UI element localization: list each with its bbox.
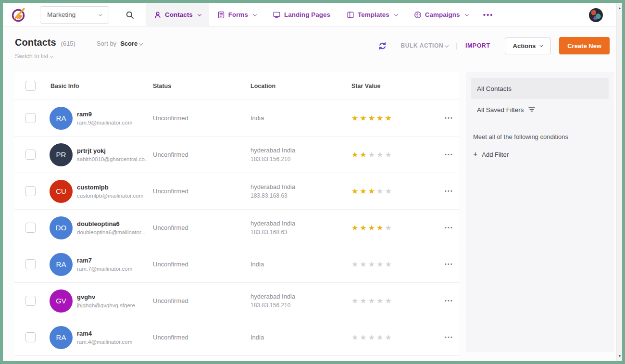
sidebar-item-all-saved-filters[interactable]: All Saved Filters [471, 99, 609, 120]
avatar: RA [50, 253, 73, 276]
nav-more-button[interactable]: ••• [476, 3, 500, 27]
star-empty-icon[interactable]: ★ [351, 297, 360, 305]
star-empty-icon[interactable]: ★ [376, 187, 385, 195]
import-button[interactable]: IMPORT [465, 42, 490, 49]
user-avatar[interactable] [589, 8, 603, 22]
star-filled-icon[interactable]: ★ [368, 187, 376, 195]
star-empty-icon[interactable]: ★ [368, 297, 376, 305]
scroll-down-icon[interactable]: ▼ [617, 354, 623, 358]
column-header-star-value[interactable]: Star Value [351, 83, 439, 89]
sidebar-item-label: All Contacts [477, 85, 512, 92]
row-checkbox[interactable] [25, 113, 36, 123]
select-all-checkbox[interactable] [25, 81, 36, 91]
row-menu-button[interactable]: ••• [445, 115, 453, 121]
contact-email: customlpb@mailinator.com [77, 193, 143, 199]
switch-to-list-toggle[interactable]: Switch to list [15, 53, 142, 60]
top-header: Marketing Contacts Forms [3, 3, 622, 27]
nav-label: Contacts [165, 11, 193, 18]
create-new-button[interactable]: Create New [559, 37, 610, 54]
star-filled-icon[interactable]: ★ [368, 224, 376, 232]
row-checkbox[interactable] [25, 332, 36, 342]
star-empty-icon[interactable]: ★ [360, 297, 368, 305]
bulk-action-dropdown[interactable]: BULK ACTION [400, 42, 448, 49]
star-rating[interactable]: ★★★★★ [351, 296, 439, 305]
row-menu-button[interactable]: ••• [445, 298, 453, 303]
star-empty-icon[interactable]: ★ [351, 333, 360, 341]
star-empty-icon[interactable]: ★ [368, 260, 376, 268]
column-header-basic-info[interactable]: Basic Info [50, 83, 153, 89]
star-empty-icon[interactable]: ★ [385, 187, 393, 195]
row-checkbox[interactable] [25, 259, 36, 269]
column-header-status[interactable]: Status [153, 83, 250, 89]
star-empty-icon[interactable]: ★ [385, 297, 393, 305]
row-menu-button[interactable]: ••• [445, 335, 453, 340]
star-rating[interactable]: ★★★★★ [351, 113, 439, 123]
star-empty-icon[interactable]: ★ [385, 260, 393, 268]
star-filled-icon[interactable]: ★ [368, 114, 376, 122]
star-empty-icon[interactable]: ★ [376, 297, 385, 305]
search-button[interactable] [122, 11, 138, 19]
sort-value-dropdown[interactable]: Score [120, 40, 142, 47]
star-filled-icon[interactable]: ★ [360, 224, 368, 232]
star-rating[interactable]: ★★★★★ [351, 150, 439, 159]
star-rating[interactable]: ★★★★★ [351, 333, 439, 342]
row-checkbox[interactable] [25, 296, 36, 306]
page-title: Contacts [15, 37, 56, 48]
star-filled-icon[interactable]: ★ [376, 224, 385, 232]
row-checkbox[interactable] [25, 150, 36, 160]
star-empty-icon[interactable]: ★ [351, 260, 360, 268]
star-rating[interactable]: ★★★★★ [351, 260, 439, 269]
star-filled-icon[interactable]: ★ [360, 151, 368, 159]
star-filled-icon[interactable]: ★ [376, 114, 385, 122]
contact-name[interactable]: ram4 [77, 330, 132, 337]
contact-name[interactable]: doubleoptina6 [77, 220, 146, 227]
star-filled-icon[interactable]: ★ [351, 224, 360, 232]
star-filled-icon[interactable]: ★ [351, 114, 360, 122]
row-menu-button[interactable]: ••• [445, 262, 453, 267]
star-filled-icon[interactable]: ★ [360, 187, 368, 195]
star-empty-icon[interactable]: ★ [376, 333, 385, 341]
nav-tab-templates[interactable]: Templates [338, 3, 406, 27]
star-filled-icon[interactable]: ★ [385, 114, 393, 122]
star-filled-icon[interactable]: ★ [351, 151, 360, 159]
avatar: DO [50, 216, 73, 239]
sidebar-item-all-contacts[interactable]: All Contacts [471, 78, 609, 99]
row-menu-button[interactable]: ••• [445, 188, 453, 194]
nav-tab-campaigns[interactable]: Campaigns [406, 3, 476, 27]
contact-status: Unconfirmed [153, 261, 250, 268]
star-empty-icon[interactable]: ★ [385, 333, 393, 341]
star-empty-icon[interactable]: ★ [368, 151, 376, 159]
monitor-icon [273, 11, 281, 19]
scroll-up-icon[interactable]: ▲ [617, 6, 623, 10]
contact-name[interactable]: ram9 [77, 111, 132, 118]
brand-logo-icon[interactable] [10, 6, 28, 24]
star-rating[interactable]: ★★★★★ [351, 187, 439, 196]
star-empty-icon[interactable]: ★ [376, 151, 385, 159]
row-checkbox[interactable] [25, 186, 36, 196]
refresh-button[interactable] [378, 41, 387, 50]
star-filled-icon[interactable]: ★ [351, 187, 360, 195]
add-filter-button[interactable]: + Add Filter [473, 151, 609, 158]
contact-name[interactable]: ram7 [77, 257, 132, 264]
star-empty-icon[interactable]: ★ [360, 260, 368, 268]
contact-name[interactable]: prtrjt yokj [77, 147, 147, 154]
row-menu-button[interactable]: ••• [445, 225, 453, 230]
contact-name[interactable]: customlpb [77, 184, 143, 191]
page-scrollbar[interactable]: ▲ ▼ [616, 3, 622, 361]
star-empty-icon[interactable]: ★ [360, 333, 368, 341]
nav-tab-landing-pages[interactable]: Landing Pages [264, 3, 338, 27]
column-header-location[interactable]: Location [250, 83, 351, 89]
star-empty-icon[interactable]: ★ [385, 224, 393, 232]
star-filled-icon[interactable]: ★ [360, 114, 368, 122]
nav-tab-forms[interactable]: Forms [209, 3, 264, 27]
row-checkbox[interactable] [25, 223, 36, 233]
star-empty-icon[interactable]: ★ [376, 260, 385, 268]
workspace-selector[interactable]: Marketing [40, 6, 109, 24]
nav-tab-contacts[interactable]: Contacts [146, 3, 209, 27]
star-empty-icon[interactable]: ★ [368, 333, 376, 341]
star-rating[interactable]: ★★★★★ [351, 223, 439, 232]
contact-name[interactable]: gvghv [77, 293, 135, 301]
row-menu-button[interactable]: ••• [445, 152, 453, 157]
actions-dropdown-button[interactable]: Actions [505, 38, 551, 54]
star-empty-icon[interactable]: ★ [385, 151, 393, 159]
